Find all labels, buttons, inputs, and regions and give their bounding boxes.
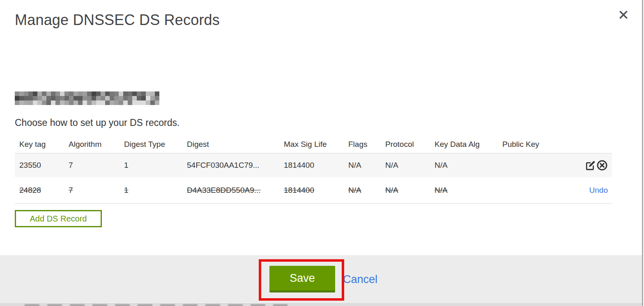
page-behind-edge	[0, 304, 642, 306]
cell-max-sig-life: 1814400	[284, 186, 348, 195]
undo-link[interactable]: Undo	[589, 186, 608, 195]
cell-digest-type: 1	[124, 161, 187, 170]
cell-algorithm: 7	[69, 161, 124, 170]
column-header-algorithm: Algorithm	[69, 140, 124, 149]
delete-record-icon[interactable]	[596, 160, 608, 171]
window-right-border	[642, 0, 643, 306]
cell-protocol: N/A	[385, 186, 435, 195]
cancel-link[interactable]: Cancel	[343, 273, 377, 286]
instruction-text: Choose how to set up your DS records.	[15, 117, 179, 128]
page-behind-artifact	[25, 304, 288, 306]
column-header-key-data-alg: Key Data Alg	[435, 140, 502, 149]
cell-algorithm: 7	[69, 186, 124, 195]
redacted-domain-name	[15, 91, 159, 105]
column-header-key-tag: Key tag	[19, 140, 69, 149]
cell-protocol: N/A	[385, 161, 435, 170]
manage-dnssec-dialog: Manage DNSSEC DS Records Choose how to s…	[0, 0, 644, 306]
column-header-public-key: Public Key	[502, 140, 576, 149]
add-ds-record-button[interactable]: Add DS Record	[15, 210, 102, 227]
row-actions	[576, 160, 612, 171]
cell-key-data-alg: N/A	[435, 161, 502, 170]
column-header-digest-type: Digest Type	[124, 140, 187, 149]
cell-flags: N/A	[348, 186, 385, 195]
table-row: 23550 7 1 54FCF030AA1C79... 1814400 N/A …	[15, 153, 612, 177]
cell-digest: D4A33E8DD550A9...	[187, 186, 284, 195]
cell-digest: 54FCF030AA1C79...	[187, 161, 284, 170]
cell-flags: N/A	[348, 161, 385, 170]
cell-max-sig-life: 1814400	[284, 161, 348, 170]
cell-key-tag: 23550	[19, 161, 69, 170]
close-icon[interactable]	[616, 7, 631, 22]
row-actions: Undo	[576, 186, 612, 195]
ds-records-table: Key tag Algorithm Digest Type Digest Max…	[15, 135, 612, 204]
cell-key-tag: 24828	[19, 186, 69, 195]
table-row-deleted: 24828 7 1 D4A33E8DD550A9... 1814400 N/A …	[15, 177, 612, 204]
column-header-flags: Flags	[348, 140, 385, 149]
save-button[interactable]: Save	[269, 266, 335, 292]
table-header-row: Key tag Algorithm Digest Type Digest Max…	[15, 135, 612, 153]
cell-digest-type: 1	[124, 186, 187, 195]
column-header-protocol: Protocol	[385, 140, 435, 149]
column-header-max-sig-life: Max Sig Life	[284, 140, 348, 149]
cell-key-data-alg: N/A	[435, 186, 502, 195]
page-title: Manage DNSSEC DS Records	[15, 11, 220, 29]
edit-record-icon[interactable]	[584, 160, 596, 171]
column-header-digest: Digest	[187, 140, 284, 149]
